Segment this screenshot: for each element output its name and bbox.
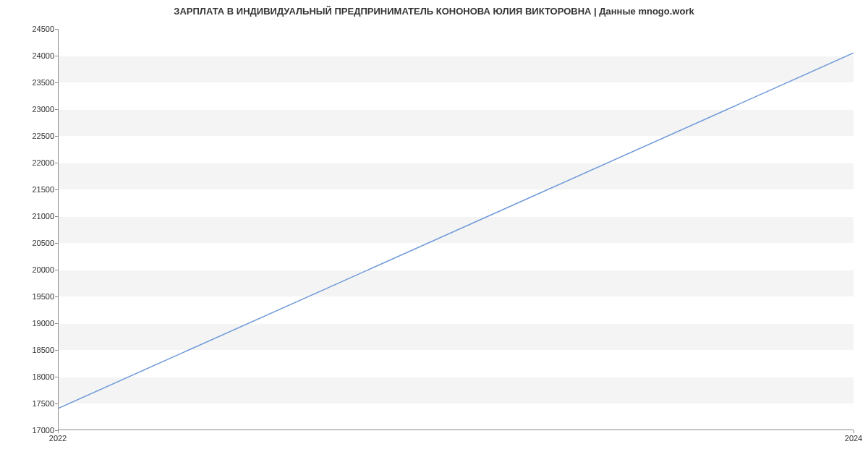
- y-tick-label: 18500: [4, 346, 54, 354]
- chart-title: ЗАРПЛАТА В ИНДИВИДУАЛЬНЫЙ ПРЕДПРИНИМАТЕЛ…: [0, 6, 868, 17]
- y-tick-label: 17500: [4, 399, 54, 408]
- plot-area: [58, 29, 854, 430]
- svg-line-0: [59, 53, 854, 408]
- x-tick-mark: [58, 430, 59, 433]
- y-tick-label: 18000: [4, 372, 54, 381]
- y-tick-label: 23000: [4, 105, 54, 114]
- y-tick-label: 19000: [4, 319, 54, 328]
- y-tick-label: 22000: [4, 158, 54, 167]
- y-tick-label: 17000: [4, 426, 54, 435]
- y-tick-label: 19500: [4, 292, 54, 301]
- y-tick-label: 21000: [4, 212, 54, 221]
- y-tick-label: 24000: [4, 51, 54, 60]
- x-tick-label: 2024: [845, 434, 862, 443]
- x-tick-mark: [854, 430, 854, 433]
- y-tick-label: 22500: [4, 132, 54, 140]
- y-tick-label: 24500: [4, 25, 54, 33]
- x-tick-label: 2022: [49, 434, 67, 443]
- y-tick-label: 20500: [4, 239, 54, 247]
- data-line: [59, 29, 854, 430]
- y-tick-label: 21500: [4, 185, 54, 194]
- chart-container: ЗАРПЛАТА В ИНДИВИДУАЛЬНЫЙ ПРЕДПРИНИМАТЕЛ…: [0, 0, 868, 470]
- y-tick-label: 23500: [4, 78, 54, 87]
- y-tick-label: 20000: [4, 265, 54, 274]
